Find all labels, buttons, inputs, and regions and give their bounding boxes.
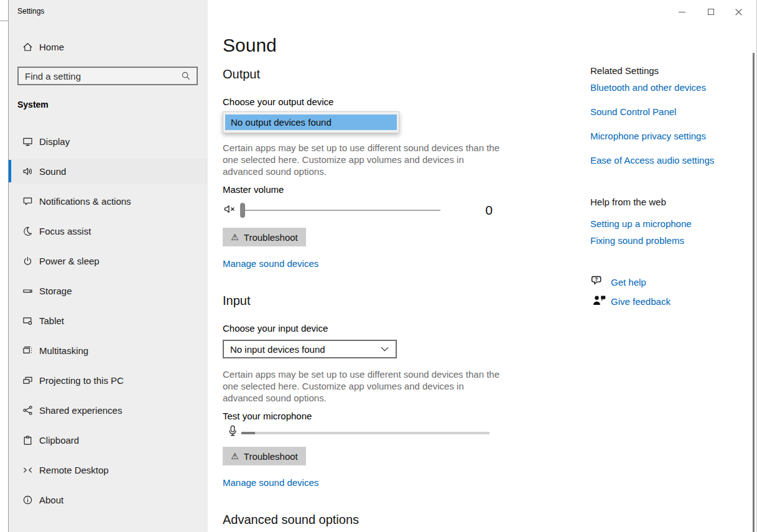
remote-desktop-icon bbox=[22, 465, 33, 475]
master-volume-slider-handle[interactable] bbox=[240, 203, 245, 218]
sidebar-item-label: Focus assist bbox=[39, 226, 91, 236]
output-heading: Output bbox=[223, 67, 260, 82]
get-help-link[interactable]: Get help bbox=[611, 277, 646, 287]
microphone-level-track bbox=[255, 432, 490, 434]
close-button[interactable] bbox=[728, 5, 748, 19]
troubleshoot-label: Troubleshoot bbox=[244, 451, 298, 462]
window-title: Settings bbox=[17, 7, 44, 16]
sidebar-item-label: Storage bbox=[39, 286, 72, 296]
troubleshoot-label: Troubleshoot bbox=[244, 232, 298, 243]
sidebar-item-focus-assist[interactable]: Focus assist bbox=[9, 218, 208, 243]
multitasking-icon bbox=[22, 345, 33, 356]
microphone-level-indicator bbox=[241, 432, 255, 434]
about-icon bbox=[22, 495, 33, 505]
input-manage-sound-devices-link[interactable]: Manage sound devices bbox=[223, 477, 318, 488]
give-feedback-icon bbox=[592, 294, 607, 308]
notifications-icon bbox=[22, 196, 33, 207]
focus-assist-icon bbox=[22, 226, 33, 236]
link-ease-of-access-audio[interactable]: Ease of Access audio settings bbox=[590, 155, 714, 166]
advanced-sound-options-heading: Advanced sound options bbox=[223, 513, 359, 527]
link-bluetooth-devices[interactable]: Bluetooth and other devices bbox=[590, 82, 706, 93]
shared-experiences-icon bbox=[22, 405, 33, 416]
output-device-option-selected[interactable]: No output devices found bbox=[225, 114, 397, 130]
link-setting-up-microphone[interactable]: Setting up a microphone bbox=[590, 218, 692, 229]
search-box[interactable] bbox=[17, 67, 198, 85]
background-window-edge-horizontal bbox=[0, 21, 8, 21]
input-heading: Input bbox=[223, 294, 250, 308]
input-device-value: No input devices found bbox=[224, 344, 381, 355]
search-icon[interactable] bbox=[181, 71, 191, 81]
sidebar-item-about[interactable]: About bbox=[9, 487, 208, 512]
sidebar-item-label: Tablet bbox=[39, 315, 64, 326]
home-icon bbox=[22, 42, 33, 52]
input-device-label: Choose your input device bbox=[223, 323, 328, 334]
search-input[interactable] bbox=[19, 71, 181, 82]
sidebar-item-multitasking[interactable]: Multitasking bbox=[9, 338, 208, 363]
microphone-icon bbox=[227, 424, 238, 439]
input-device-dropdown[interactable]: No input devices found bbox=[223, 340, 397, 358]
mute-speaker-icon[interactable] bbox=[224, 203, 238, 216]
sidebar-item-sound[interactable]: Sound bbox=[9, 159, 208, 184]
test-microphone-label: Test your microphone bbox=[223, 411, 312, 421]
output-troubleshoot-button[interactable]: ⚠ Troubleshoot bbox=[223, 228, 306, 246]
sidebar-item-power-sleep[interactable]: Power & sleep bbox=[9, 248, 208, 273]
page-title: Sound bbox=[223, 35, 277, 56]
sidebar-item-label: Display bbox=[39, 136, 70, 147]
sidebar-item-label: Power & sleep bbox=[39, 256, 100, 266]
get-help-icon: ? bbox=[591, 275, 606, 289]
master-volume-value: 0 bbox=[476, 203, 501, 218]
sidebar-section-system: System bbox=[17, 100, 49, 110]
sidebar-item-tablet[interactable]: Tablet bbox=[9, 308, 208, 333]
link-fixing-sound-problems[interactable]: Fixing sound problems bbox=[590, 235, 684, 246]
power-icon bbox=[22, 256, 33, 266]
projecting-icon bbox=[22, 375, 33, 386]
sidebar-item-remote-desktop[interactable]: Remote Desktop bbox=[9, 457, 208, 482]
sidebar-item-label: Projecting to this PC bbox=[39, 375, 124, 386]
minimize-button[interactable] bbox=[672, 5, 692, 19]
output-manage-sound-devices-link[interactable]: Manage sound devices bbox=[223, 258, 318, 269]
master-volume-slider-track[interactable] bbox=[240, 210, 440, 211]
sidebar-item-label: About bbox=[39, 495, 63, 505]
sound-icon bbox=[22, 166, 33, 177]
sidebar-item-label: Sound bbox=[39, 166, 66, 177]
chevron-down-icon bbox=[381, 347, 389, 352]
output-description: Certain apps may be set up to use differ… bbox=[223, 142, 504, 177]
warning-icon: ⚠ bbox=[231, 233, 239, 241]
settings-window: Settings Home System Display Sound Notif… bbox=[9, 0, 757, 532]
sidebar-item-display[interactable]: Display bbox=[9, 129, 208, 154]
sidebar-item-clipboard[interactable]: Clipboard bbox=[9, 427, 208, 452]
sidebar: Settings Home System Display Sound Notif… bbox=[9, 0, 208, 532]
svg-text:?: ? bbox=[595, 276, 598, 282]
minimize-icon bbox=[679, 12, 685, 12]
close-icon bbox=[735, 9, 742, 16]
clipboard-icon bbox=[22, 435, 33, 446]
sidebar-item-label: Clipboard bbox=[39, 435, 79, 446]
storage-icon bbox=[22, 286, 33, 296]
sidebar-item-label: Notifications & actions bbox=[39, 196, 131, 207]
vertical-scrollbar[interactable] bbox=[753, 53, 755, 532]
link-microphone-privacy[interactable]: Microphone privacy settings bbox=[590, 131, 706, 141]
output-device-label: Choose your output device bbox=[223, 96, 333, 107]
warning-icon: ⚠ bbox=[231, 452, 239, 460]
sidebar-item-label: Multitasking bbox=[39, 345, 88, 356]
sidebar-item-notifications[interactable]: Notifications & actions bbox=[9, 189, 208, 213]
related-settings-heading: Related Settings bbox=[590, 65, 659, 76]
sidebar-item-label: Home bbox=[39, 42, 64, 52]
tablet-icon bbox=[22, 315, 33, 326]
maximize-icon bbox=[708, 9, 714, 15]
maximize-button[interactable] bbox=[701, 5, 721, 19]
sidebar-item-storage[interactable]: Storage bbox=[9, 278, 208, 303]
sidebar-item-projecting[interactable]: Projecting to this PC bbox=[9, 368, 208, 393]
master-volume-label: Master volume bbox=[223, 184, 284, 195]
output-device-dropdown[interactable]: No output devices found bbox=[223, 111, 399, 133]
link-sound-control-panel[interactable]: Sound Control Panel bbox=[590, 106, 676, 117]
input-troubleshoot-button[interactable]: ⚠ Troubleshoot bbox=[223, 447, 306, 465]
give-feedback-link[interactable]: Give feedback bbox=[611, 296, 671, 307]
display-icon bbox=[22, 136, 33, 147]
sidebar-item-shared-experiences[interactable]: Shared experiences bbox=[9, 398, 208, 422]
sidebar-item-label: Remote Desktop bbox=[39, 465, 109, 475]
input-description: Certain apps may be set up to use differ… bbox=[223, 368, 504, 404]
help-from-web-heading: Help from the web bbox=[590, 197, 666, 207]
sidebar-item-label: Shared experiences bbox=[39, 405, 122, 416]
sidebar-item-home[interactable]: Home bbox=[9, 34, 208, 59]
